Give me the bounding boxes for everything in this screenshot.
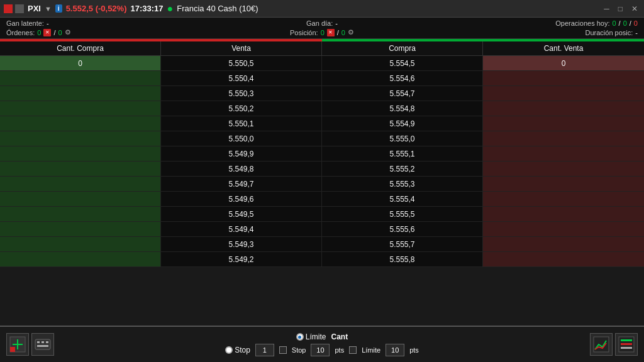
cant-compra-cell[interactable]: [0, 146, 161, 161]
compra-cell[interactable]: 5.554,9: [322, 116, 483, 131]
cant-venta-cell[interactable]: [483, 146, 644, 161]
ordenes-cancel-icon[interactable]: ✕: [43, 29, 51, 36]
compra-cell[interactable]: 5.555,8: [322, 252, 483, 266]
venta-cell[interactable]: 5.550,2: [161, 101, 322, 116]
limite-pts-input[interactable]: [386, 344, 404, 356]
cant-venta-cell[interactable]: [483, 71, 644, 85]
cant-compra-cell[interactable]: [0, 116, 161, 131]
ordenes-gear-icon[interactable]: ⚙: [65, 28, 71, 36]
ordenes-sep: /: [53, 29, 55, 36]
table-row[interactable]: 5.549,95.555,1: [0, 146, 644, 162]
compra-cell[interactable]: 5.554,5: [322, 56, 483, 70]
table-row[interactable]: 5.549,85.555,2: [0, 162, 644, 177]
svg-rect-12: [621, 343, 632, 345]
orders-button[interactable]: [615, 333, 638, 356]
stop-radio[interactable]: [225, 346, 233, 354]
pts2-label: pts: [409, 346, 419, 354]
venta-cell[interactable]: 5.549,3: [161, 237, 322, 251]
cant-venta-cell[interactable]: [483, 192, 644, 206]
table-row[interactable]: 5.550,15.554,9: [0, 116, 644, 131]
compra-cell[interactable]: 5.555,2: [322, 162, 483, 176]
table-row[interactable]: 5.549,55.555,5: [0, 207, 644, 222]
table-row[interactable]: 5.549,75.555,3: [0, 177, 644, 192]
cant-venta-cell[interactable]: [483, 116, 644, 131]
gan-dia-label: Gan día:: [306, 19, 333, 27]
compra-cell[interactable]: 5.554,8: [322, 101, 483, 116]
table-row[interactable]: 5.550,25.554,8: [0, 101, 644, 116]
compra-cell[interactable]: 5.554,7: [322, 86, 483, 101]
compra-cell[interactable]: 5.555,4: [322, 192, 483, 206]
table-row[interactable]: 5.549,45.555,6: [0, 222, 644, 237]
cant-compra-cell[interactable]: [0, 131, 161, 146]
cant-compra-cell[interactable]: [0, 237, 161, 251]
cant-compra-cell[interactable]: [0, 177, 161, 191]
table-row[interactable]: 5.549,35.555,7: [0, 237, 644, 252]
cant-venta-cell[interactable]: [483, 162, 644, 176]
table-row[interactable]: 5.550,45.554,6: [0, 71, 644, 86]
posicion-gear-icon[interactable]: ⚙: [348, 28, 354, 36]
cant-compra-cell[interactable]: [0, 71, 161, 85]
keyboard-icon-button[interactable]: [31, 333, 54, 356]
quantity-input[interactable]: [255, 344, 274, 356]
cant-venta-cell[interactable]: [483, 207, 644, 221]
svg-rect-6: [42, 341, 44, 343]
compra-cell[interactable]: 5.555,6: [322, 222, 483, 236]
venta-cell[interactable]: 5.549,8: [161, 162, 322, 176]
cant-compra-cell[interactable]: [0, 162, 161, 176]
limite2-label: Límite: [362, 346, 380, 354]
posicion-cancel-icon[interactable]: ✕: [327, 29, 335, 36]
limite-radio[interactable]: [296, 333, 304, 341]
cant-venta-cell[interactable]: [483, 177, 644, 191]
venta-cell[interactable]: 5.550,3: [161, 86, 322, 101]
table-row[interactable]: 5.549,65.555,4: [0, 192, 644, 207]
close-button[interactable]: ✕: [629, 4, 640, 13]
info-icon[interactable]: i: [55, 4, 62, 13]
maximize-button[interactable]: □: [616, 4, 625, 13]
cant-venta-cell[interactable]: [483, 237, 644, 251]
cant-compra-cell[interactable]: [0, 192, 161, 206]
limite-checkbox[interactable]: [349, 346, 357, 354]
cant-compra-cell[interactable]: [0, 207, 161, 221]
cant-compra-cell[interactable]: 0: [0, 56, 161, 70]
minimize-button[interactable]: ─: [601, 4, 612, 13]
chart-button[interactable]: [590, 333, 613, 356]
stop-radio-label[interactable]: Stop: [225, 346, 250, 354]
venta-cell[interactable]: 5.550,5: [161, 56, 322, 70]
table-row[interactable]: 5.549,25.555,8: [0, 252, 644, 267]
cant-compra-cell[interactable]: [0, 222, 161, 236]
stop-checkbox[interactable]: [279, 346, 287, 354]
venta-cell[interactable]: 5.549,5: [161, 207, 322, 221]
cant-venta-cell[interactable]: [483, 131, 644, 146]
compra-cell[interactable]: 5.554,6: [322, 71, 483, 85]
venta-cell[interactable]: 5.549,6: [161, 192, 322, 206]
cant-venta-cell[interactable]: [483, 252, 644, 266]
compra-cell[interactable]: 5.555,3: [322, 177, 483, 191]
cant-venta-cell[interactable]: [483, 222, 644, 236]
table-row[interactable]: 5.550,35.554,7: [0, 86, 644, 101]
compra-cell[interactable]: 5.555,7: [322, 237, 483, 251]
venta-cell[interactable]: 5.550,4: [161, 71, 322, 85]
cant-venta-cell[interactable]: [483, 86, 644, 101]
venta-cell[interactable]: 5.549,9: [161, 146, 322, 161]
compra-cell[interactable]: 5.555,5: [322, 207, 483, 221]
add-order-button[interactable]: [6, 333, 29, 356]
bottom-right-icons: [590, 333, 638, 356]
table-row[interactable]: 5.550,05.555,0: [0, 131, 644, 146]
venta-cell[interactable]: 5.549,7: [161, 177, 322, 191]
venta-cell[interactable]: 5.549,2: [161, 252, 322, 266]
cant-venta-cell[interactable]: [483, 101, 644, 116]
cant-compra-cell[interactable]: [0, 86, 161, 101]
venta-cell[interactable]: 5.550,1: [161, 116, 322, 131]
compra-cell[interactable]: 5.555,1: [322, 146, 483, 161]
stop-pts-input[interactable]: [311, 344, 330, 356]
venta-cell[interactable]: 5.550,0: [161, 131, 322, 146]
duracion-label: Duración posic:: [585, 29, 633, 36]
app-dropdown[interactable]: ▼: [45, 5, 52, 13]
venta-cell[interactable]: 5.549,4: [161, 222, 322, 236]
limite-radio-label[interactable]: Límite: [296, 332, 326, 341]
cant-compra-cell[interactable]: [0, 252, 161, 266]
cant-compra-cell[interactable]: [0, 101, 161, 116]
compra-cell[interactable]: 5.555,0: [322, 131, 483, 146]
table-row[interactable]: 05.550,55.554,50: [0, 56, 644, 71]
cant-venta-cell[interactable]: 0: [483, 56, 644, 70]
